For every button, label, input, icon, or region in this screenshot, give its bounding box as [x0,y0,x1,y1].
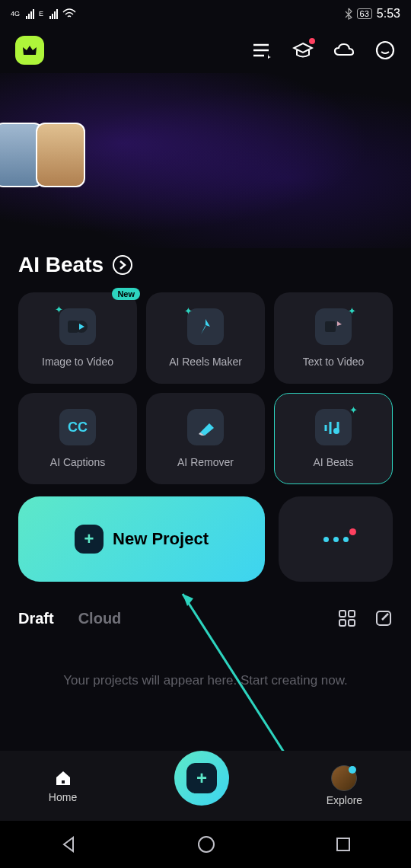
tab-draft[interactable]: Draft [18,610,54,627]
svg-rect-17 [62,780,65,783]
nav-home-label: Home [49,791,77,803]
section-title-text: AI Beats [18,253,104,277]
more-button[interactable] [279,496,393,582]
image-to-video-icon: ✦ [59,308,96,345]
profile-button[interactable] [374,40,396,61]
dots-icon [323,537,349,542]
header [0,27,411,73]
avatar-icon [331,765,357,791]
feature-label: Image to Video [42,356,113,368]
banner-thumbnails[interactable] [0,123,93,190]
recent-icon[interactable] [335,836,352,853]
reels-icon: ✦ [187,308,224,345]
status-bar: 4G E 63 5:53 [0,0,411,27]
svg-rect-12 [349,611,355,617]
net-4g-label: 4G [11,10,20,18]
feature-label: Text to Video [303,356,365,368]
status-right: 63 5:53 [345,7,400,21]
feature-ai-reels[interactable]: ✦ AI Reels Maker [146,292,265,384]
system-nav [0,821,411,868]
plus-icon: + [75,525,104,554]
cloud-icon [333,43,355,58]
status-left: 4G E [11,8,76,19]
new-project-button[interactable]: + New Project [18,496,265,582]
projects-tabs: Draft Cloud [0,594,411,635]
home-circle-icon[interactable] [196,834,216,854]
grid-view-icon[interactable] [338,609,356,627]
net-e-label: E [39,10,43,18]
signal-icon-1 [26,8,34,19]
text-to-video-icon: ✦ [315,308,352,345]
captions-icon: CC [59,409,96,445]
crown-icon [22,44,37,56]
sparkle-list-button[interactable] [251,40,272,61]
feature-label: AI Beats [314,456,354,468]
new-badge: New [112,288,140,300]
svg-point-3 [377,42,393,59]
feature-ai-remover[interactable]: AI Remover [146,393,265,484]
bluetooth-icon [345,8,352,20]
home-icon [53,768,73,788]
new-project-label: New Project [113,529,209,549]
nav-explore[interactable]: Explore [327,765,362,806]
svg-rect-13 [339,620,346,626]
header-actions [251,40,396,61]
feature-ai-beats[interactable]: ✦ AI Beats [274,393,393,484]
academy-button[interactable] [292,40,314,61]
graduation-icon [292,42,314,59]
action-row: + New Project [0,484,411,594]
feature-text-to-video[interactable]: ✦ Text to Video [274,292,393,384]
cloud-button[interactable] [333,40,355,61]
nav-explore-label: Explore [327,794,362,806]
empty-projects-message: Your projects will appear here. Start cr… [0,635,411,726]
wifi-icon [62,8,76,19]
feature-image-to-video[interactable]: ✦ Image to Video New [18,292,137,384]
signal-icon-2 [49,8,58,19]
nav-home[interactable]: Home [49,768,77,803]
svg-rect-11 [339,611,346,617]
list-sparkle-icon [252,42,272,59]
plus-icon: + [186,763,217,793]
clock-time: 5:53 [377,7,400,21]
banner-thumb-2 [36,123,85,187]
edit-icon[interactable] [374,609,393,627]
svg-rect-6 [325,321,336,332]
feature-ai-captions[interactable]: CC AI Captions [18,393,137,484]
beats-icon: ✦ [315,409,352,445]
svg-rect-14 [349,620,355,626]
feature-label: AI Captions [50,456,105,468]
banner-area [0,73,411,248]
feature-label: AI Reels Maker [169,356,242,368]
notification-dot [349,528,356,535]
section-header[interactable]: AI Beats [0,253,411,277]
battery-icon: 63 [357,8,372,19]
feature-label: AI Remover [177,456,234,468]
svg-point-18 [199,837,214,852]
back-icon[interactable] [59,835,78,854]
feature-grid: ✦ Image to Video New ✦ AI Reels Maker ✦ … [0,277,411,484]
smile-icon [375,40,395,60]
eraser-icon [187,409,224,445]
tab-cloud[interactable]: Cloud [78,610,122,627]
badge-dot [309,38,315,44]
chevron-right-icon [113,255,132,275]
premium-button[interactable] [15,36,44,65]
fab-create[interactable]: + [174,751,229,806]
bottom-nav: Home + Explore [0,751,411,821]
svg-rect-19 [337,838,349,850]
